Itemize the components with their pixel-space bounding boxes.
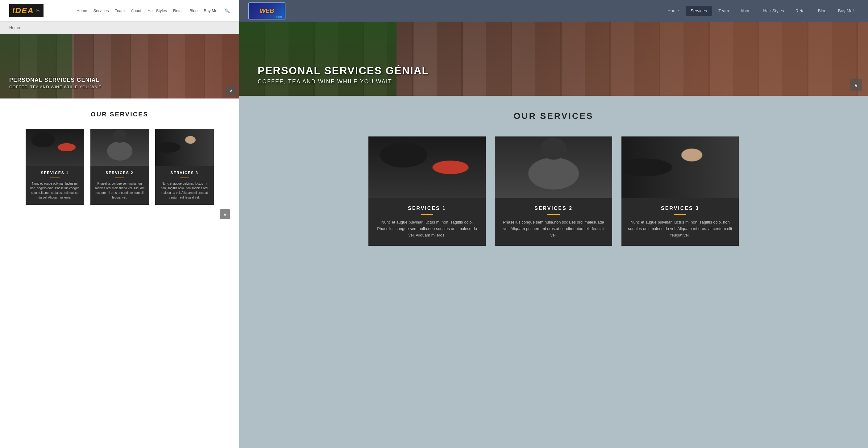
right-nav: Home Services Team About Hair Styles Ret…: [662, 6, 859, 16]
service-desc-1: Nunc et augue pulvinar, luctus mi non, s…: [29, 181, 81, 200]
right-hero-chairs: [397, 22, 868, 96]
right-nav-team[interactable]: Team: [713, 6, 734, 16]
right-service-desc-1: Nunc et augue pulvinar, luctus mi non, s…: [375, 219, 479, 238]
left-hero-section: PERSONAL SERVICES GENIAL COFFEE, TEA AND…: [0, 34, 239, 98]
left-services-section: OUR SERVICES SERVICES 1 Nunc et augue pu…: [0, 98, 239, 448]
right-hero-subtitle: COFFEE, TEA AND WINE WHILE YOU WAIT: [258, 79, 429, 85]
right-service-desc-3: Nunc et augue pulvinar, luctus mi non, s…: [628, 219, 733, 238]
right-services-grid: SERVICES 1 Nunc et augue pulvinar, luctu…: [258, 137, 849, 246]
right-silhouette-2: [495, 137, 612, 198]
right-header: WEB editor Home Services Team About Hair…: [239, 0, 868, 22]
service-divider-2: [115, 178, 124, 178]
left-header: IDEA ✂ Home Services Team About Hair Sty…: [0, 0, 239, 22]
search-icon[interactable]: 🔍: [225, 8, 230, 13]
service-silhouette-1: [26, 129, 84, 166]
nav-item-blog[interactable]: Blog: [189, 8, 197, 13]
right-panel: WEB editor Home Services Team About Hair…: [239, 0, 868, 448]
right-logo-text: WEB: [260, 7, 274, 14]
right-nav-services[interactable]: Services: [686, 6, 712, 16]
service-info-1: SERVICES 1 Nunc et augue pulvinar, luctu…: [26, 166, 84, 205]
left-nav: Home Services Team About Hair Styles Ret…: [76, 8, 230, 13]
right-service-card-3: SERVICES 3 Nunc et augue pulvinar, luctu…: [621, 137, 739, 246]
service-name-1: SERVICES 1: [29, 171, 81, 175]
right-logo-sublabel: editor: [276, 16, 284, 18]
nav-item-hairstyles[interactable]: Hair Styles: [148, 8, 167, 13]
scissors-icon: ✂: [36, 7, 40, 14]
left-section-title: OUR SERVICES: [9, 111, 230, 118]
nav-item-retail[interactable]: Retail: [173, 8, 183, 13]
right-section-title: OUR SERVICES: [258, 111, 849, 121]
right-logo: WEB editor: [248, 2, 285, 20]
right-hero-title: PERSONAL SERVICES GÉNIAL: [258, 64, 429, 77]
right-service-name-2: SERVICES 2: [501, 206, 606, 211]
service-desc-2: Phasellus congue sem nulla.non sodales o…: [94, 181, 145, 200]
right-service-card-1: SERVICES 1 Nunc et augue pulvinar, luctu…: [368, 137, 486, 246]
right-nav-hairstyles[interactable]: Hair Styles: [758, 6, 789, 16]
right-service-info-3: SERVICES 3 Nunc et augue pulvinar, luctu…: [621, 198, 739, 246]
right-services-section: OUR SERVICES SERVICES 1 Nunc et augue pu…: [239, 96, 868, 448]
right-nav-retail[interactable]: Retail: [790, 6, 811, 16]
left-hero-subtitle: COFFEE, TEA AND WINE WHILE YOU WAIT: [9, 85, 101, 89]
service-divider-3: [180, 178, 189, 178]
left-services-grid: SERVICES 1 Nunc et augue pulvinar, luctu…: [9, 129, 230, 205]
right-service-divider-3: [674, 214, 686, 215]
right-nav-home[interactable]: Home: [662, 6, 684, 16]
left-hero-text: PERSONAL SERVICES GENIAL COFFEE, TEA AND…: [9, 77, 101, 89]
right-service-img-2: [495, 137, 612, 198]
left-hero: PERSONAL SERVICES GENIAL COFFEE, TEA AND…: [0, 34, 239, 98]
service-desc-3: Nunc et augue pulvinar, luctus mi non, s…: [159, 181, 210, 200]
logo-text: IDEA: [12, 6, 34, 16]
right-service-name-1: SERVICES 1: [375, 206, 479, 211]
service-img-3: [155, 129, 214, 166]
right-hero-wrapper: PERSONAL SERVICES GÉNIAL COFFEE, TEA AND…: [239, 22, 868, 96]
right-service-img-1: [368, 137, 486, 198]
right-service-divider-2: [548, 214, 560, 215]
right-service-card-2: SERVICES 2 Phasellus congue sem nulla.no…: [495, 137, 612, 246]
left-panel: IDEA ✂ Home Services Team About Hair Sty…: [0, 0, 239, 448]
right-service-desc-2: Phasellus congue sem nulla.non sodales o…: [501, 219, 606, 238]
service-img-1: [26, 129, 84, 166]
right-service-info-1: SERVICES 1 Nunc et augue pulvinar, luctu…: [368, 198, 486, 246]
right-scroll-up-button[interactable]: ∧: [850, 79, 862, 91]
right-hero-text: PERSONAL SERVICES GÉNIAL COFFEE, TEA AND…: [258, 64, 429, 85]
nav-item-about[interactable]: About: [131, 8, 141, 13]
service-img-2: [90, 129, 149, 166]
service-info-3: SERVICES 3 Nunc et augue pulvinar, luctu…: [155, 166, 214, 205]
scroll-up-button[interactable]: ∧: [226, 86, 236, 95]
nav-item-buyme[interactable]: Buy Me!: [204, 8, 218, 13]
right-service-name-3: SERVICES 3: [628, 206, 733, 211]
right-service-img-3: [621, 137, 739, 198]
right-hero-interior: PERSONAL SERVICES GÉNIAL COFFEE, TEA AND…: [239, 22, 868, 96]
right-nav-about[interactable]: About: [736, 6, 757, 16]
nav-item-services[interactable]: Services: [93, 8, 109, 13]
right-service-divider-1: [421, 214, 433, 215]
service-info-2: SERVICES 2 Phasellus congue sem nulla.no…: [90, 166, 149, 205]
nav-item-home[interactable]: Home: [76, 8, 87, 13]
service-divider-1: [50, 178, 60, 178]
left-logo: IDEA ✂: [9, 4, 43, 17]
left-service-card-1: SERVICES 1 Nunc et augue pulvinar, luctu…: [26, 129, 84, 205]
right-nav-buyme[interactable]: Buy Me!: [833, 6, 859, 16]
breadcrumb-text: Home: [9, 25, 20, 30]
right-service-info-2: SERVICES 2 Phasellus congue sem nulla.no…: [495, 198, 612, 246]
right-logo-box: WEB editor: [248, 2, 285, 20]
left-service-card-3: SERVICES 3 Nunc et augue pulvinar, luctu…: [155, 129, 214, 205]
scroll-up-button-2[interactable]: ∧: [220, 209, 230, 219]
left-service-card-2: SERVICES 2 Phasellus congue sem nulla.no…: [90, 129, 149, 205]
service-silhouette-2: [90, 129, 149, 166]
right-nav-blog[interactable]: Blog: [813, 6, 832, 16]
logo-box: IDEA ✂: [9, 4, 43, 17]
service-name-3: SERVICES 3: [159, 171, 210, 175]
service-name-2: SERVICES 2: [94, 171, 145, 175]
breadcrumb: Home: [0, 22, 239, 34]
right-hero: PERSONAL SERVICES GÉNIAL COFFEE, TEA AND…: [239, 22, 868, 96]
service-silhouette-3: [155, 129, 214, 166]
right-silhouette-3: [621, 137, 739, 198]
left-hero-title: PERSONAL SERVICES GENIAL: [9, 77, 101, 83]
nav-item-team[interactable]: Team: [115, 8, 125, 13]
right-silhouette-1: [368, 137, 486, 198]
left-hero-interior: PERSONAL SERVICES GENIAL COFFEE, TEA AND…: [0, 34, 239, 98]
